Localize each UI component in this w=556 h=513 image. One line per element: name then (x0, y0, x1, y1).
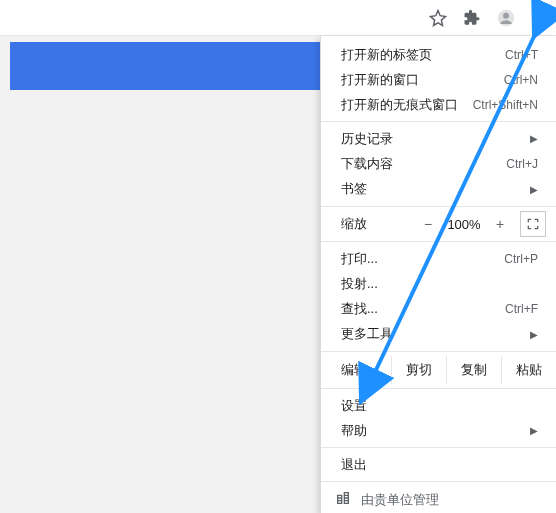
zoom-value: 100% (442, 217, 486, 232)
chevron-right-icon: ▶ (530, 133, 538, 144)
page-area (0, 36, 320, 513)
star-icon[interactable] (428, 8, 448, 28)
menu-separator (321, 447, 556, 448)
menu-separator (321, 481, 556, 482)
menu-new-tab[interactable]: 打开新的标签页 Ctrl+T (321, 42, 556, 67)
menu-zoom: 缩放 − 100% + (321, 211, 556, 238)
svg-point-2 (539, 11, 542, 14)
menu-downloads[interactable]: 下载内容 Ctrl+J (321, 151, 556, 176)
managed-label: 由贵单位管理 (361, 491, 439, 509)
menu-label: 下载内容 (341, 155, 506, 173)
menu-label: 打开新的无痕式窗口 (341, 96, 473, 114)
fullscreen-button[interactable] (520, 211, 546, 237)
menu-cast[interactable]: 投射... (321, 271, 556, 296)
menu-separator (321, 351, 556, 352)
menu-exit[interactable]: 退出 (321, 452, 556, 477)
menu-managed[interactable]: 由贵单位管理 (321, 486, 556, 513)
menu-shortcut: Ctrl+N (504, 73, 538, 87)
menu-history[interactable]: 历史记录 ▶ (321, 126, 556, 151)
edit-cut-button[interactable]: 剪切 (391, 356, 446, 385)
kebab-menu-icon[interactable] (530, 8, 550, 28)
svg-point-1 (503, 12, 509, 18)
menu-separator (321, 388, 556, 389)
menu-label: 打开新的标签页 (341, 46, 505, 64)
chevron-right-icon: ▶ (530, 329, 538, 340)
svg-point-3 (539, 16, 542, 19)
menu-shortcut: Ctrl+F (505, 302, 538, 316)
menu-separator (321, 121, 556, 122)
content-area: 打开新的标签页 Ctrl+T 打开新的窗口 Ctrl+N 打开新的无痕式窗口 C… (0, 36, 556, 513)
menu-label: 打印... (341, 250, 504, 268)
svg-point-4 (539, 21, 542, 24)
browser-toolbar (0, 0, 556, 36)
menu-label: 查找... (341, 300, 505, 318)
browser-menu: 打开新的标签页 Ctrl+T 打开新的窗口 Ctrl+N 打开新的无痕式窗口 C… (320, 36, 556, 513)
edit-paste-button[interactable]: 粘贴 (501, 356, 556, 385)
menu-label: 打开新的窗口 (341, 71, 504, 89)
menu-settings[interactable]: 设置 (321, 393, 556, 418)
menu-find[interactable]: 查找... Ctrl+F (321, 297, 556, 322)
page-header-bar (10, 42, 320, 90)
menu-separator (321, 206, 556, 207)
menu-shortcut: Ctrl+Shift+N (473, 98, 538, 112)
menu-shortcut: Ctrl+T (505, 48, 538, 62)
building-icon (335, 490, 351, 509)
menu-edit: 编辑 剪切 复制 粘贴 (321, 356, 556, 385)
menu-bookmarks[interactable]: 书签 ▶ (321, 177, 556, 202)
menu-more-tools[interactable]: 更多工具 ▶ (321, 322, 556, 347)
menu-incognito[interactable]: 打开新的无痕式窗口 Ctrl+Shift+N (321, 92, 556, 117)
menu-label: 退出 (341, 456, 538, 474)
menu-print[interactable]: 打印... Ctrl+P (321, 246, 556, 271)
menu-separator (321, 241, 556, 242)
menu-help[interactable]: 帮助 ▶ (321, 418, 556, 443)
menu-label: 更多工具 (341, 325, 524, 343)
edit-label: 编辑 (341, 361, 391, 379)
puzzle-icon[interactable] (462, 8, 482, 28)
menu-label: 帮助 (341, 422, 524, 440)
chevron-right-icon: ▶ (530, 184, 538, 195)
chevron-right-icon: ▶ (530, 425, 538, 436)
menu-label: 设置 (341, 397, 538, 415)
menu-shortcut: Ctrl+J (506, 157, 538, 171)
profile-icon[interactable] (496, 8, 516, 28)
menu-new-window[interactable]: 打开新的窗口 Ctrl+N (321, 67, 556, 92)
zoom-label: 缩放 (341, 215, 367, 233)
zoom-in-button[interactable]: + (486, 216, 514, 232)
menu-shortcut: Ctrl+P (504, 252, 538, 266)
zoom-out-button[interactable]: − (414, 216, 442, 232)
menu-label: 投射... (341, 275, 538, 293)
menu-label: 历史记录 (341, 130, 524, 148)
edit-copy-button[interactable]: 复制 (446, 356, 501, 385)
menu-label: 书签 (341, 180, 524, 198)
